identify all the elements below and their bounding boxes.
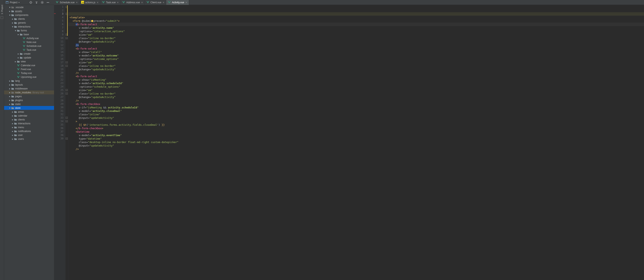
tree-folder[interactable]: .vscode (4, 5, 54, 9)
editor-tab[interactable]: Schedule.vue✕ (54, 0, 80, 5)
collapse-all-icon[interactable] (35, 1, 38, 4)
tree-folder[interactable]: areas (4, 110, 54, 114)
tree-arrow-icon[interactable] (12, 110, 14, 113)
fold-column[interactable]: −−−−−−−−−−− (66, 5, 68, 139)
tree-folder[interactable]: store (4, 106, 54, 110)
tree-folder[interactable]: clients (4, 17, 54, 21)
tree-folder[interactable]: layouts (4, 83, 54, 87)
line-number[interactable]: 38 (54, 133, 64, 137)
tree-folder[interactable]: middleware (4, 87, 54, 90)
line-number[interactable]: 32 (54, 113, 64, 116)
code-line[interactable]: <b-form-checkbox (68, 102, 322, 106)
tree-arrow-icon[interactable] (14, 60, 17, 63)
tree-file[interactable]: Schedule.vue (4, 44, 54, 48)
code-line[interactable]: @input="updateActivity" (68, 116, 322, 120)
line-number[interactable]: 26 (54, 92, 64, 95)
line-number[interactable]: 30 (54, 106, 64, 109)
tree-file[interactable]: Upcoming.vue (4, 75, 54, 79)
tree-folder[interactable]: notifications (4, 129, 54, 133)
tree-folder[interactable]: create (4, 52, 54, 56)
close-tab-icon[interactable]: ✕ (162, 1, 164, 4)
code-line[interactable]: v-if="isMeeting && activity.scheduleId" (68, 106, 322, 109)
tree-file[interactable]: Today.vue (4, 71, 54, 75)
tree-arrow-icon[interactable] (12, 138, 14, 139)
line-number[interactable]: 12 (54, 43, 64, 47)
tree-file[interactable]: Calendar.vue (4, 63, 54, 67)
tree-folder[interactable]: base (4, 32, 54, 36)
line-number[interactable]: 21 (54, 75, 64, 78)
tree-arrow-icon[interactable] (12, 114, 14, 117)
code-line[interactable]: class="inline no-border" (68, 36, 322, 40)
tree-arrow-icon[interactable] (8, 95, 11, 98)
code-line[interactable]: v-model="activity.scheduleId" (68, 81, 322, 85)
tree-folder[interactable]: users (4, 137, 54, 139)
tree-folder[interactable]: calendar (4, 114, 54, 118)
code-line[interactable]: type="datetime" (68, 137, 322, 139)
code-line[interactable]: v-model="activity.outcome" (68, 54, 322, 57)
tree-arrow-icon[interactable] (12, 126, 14, 129)
code-line[interactable]: :options="interaction_options" (68, 29, 322, 33)
line-number[interactable]: 37 (54, 130, 64, 133)
target-icon[interactable] (29, 1, 32, 4)
line-number[interactable]: 17 (54, 61, 64, 64)
tree-folder[interactable]: forms (4, 28, 54, 32)
fold-marker-icon[interactable]: − (66, 120, 68, 122)
tree-folder[interactable]: node_moduleslibrary root (4, 90, 54, 94)
code-line[interactable]: size="sm" (68, 61, 322, 64)
fold-marker-icon[interactable]: − (66, 89, 68, 91)
fold-marker-icon[interactable]: − (66, 117, 68, 119)
code-line[interactable]: <b-form-select (68, 75, 322, 78)
line-number[interactable]: 13 (54, 47, 64, 50)
line-number[interactable]: 31 (54, 109, 64, 113)
project-view-selector[interactable]: Project ▾ (4, 1, 21, 4)
line-number[interactable]: 28 (54, 99, 64, 102)
tree-arrow-icon[interactable] (17, 33, 20, 36)
project-tree[interactable]: .vscodeassetscomponentsclientsgenericint… (4, 5, 54, 139)
code-line[interactable]: :options="outcome_options" (68, 57, 322, 61)
code-line[interactable]: <form @submiprevent="submit"> (68, 19, 322, 23)
line-number[interactable]: 9 (54, 33, 64, 36)
tree-folder[interactable]: components (4, 13, 54, 17)
tree-arrow-icon[interactable] (8, 103, 11, 106)
code-editor[interactable]: 1234567891011121314151617181920212223242… (54, 5, 322, 139)
code-line[interactable]: /> (68, 71, 322, 75)
line-number[interactable]: 36 (54, 127, 64, 130)
line-number[interactable]: 34 (54, 120, 64, 123)
code-line[interactable]: @change="updateActivity" (68, 95, 322, 99)
tree-folder[interactable]: user (4, 133, 54, 137)
code-line[interactable]: </b-form-checkbox> (68, 127, 322, 130)
tool-window-minimize-icon[interactable] (0, 16, 3, 19)
code-line[interactable]: <template> (68, 16, 322, 19)
line-number[interactable]: 3 (54, 12, 64, 16)
tree-folder[interactable]: plugins (4, 98, 54, 102)
tree-arrow-icon[interactable] (12, 25, 14, 28)
line-number[interactable]: 22 (54, 78, 64, 81)
line-number[interactable]: 24 (54, 85, 64, 88)
line-number[interactable]: 25 (54, 88, 64, 92)
tree-arrow-icon[interactable] (12, 21, 14, 24)
tree-arrow-icon[interactable] (8, 91, 11, 94)
tree-file[interactable]: Task.vue (4, 48, 54, 52)
tree-arrow-icon[interactable] (12, 17, 14, 20)
line-number[interactable]: 8 (54, 29, 64, 33)
fold-marker-icon[interactable]: − (66, 61, 68, 63)
line-number[interactable]: 35 (54, 123, 64, 127)
tree-arrow-icon[interactable] (12, 130, 14, 133)
close-tab-icon[interactable]: ✕ (117, 1, 119, 4)
tree-arrow-icon[interactable] (8, 79, 11, 82)
gear-icon[interactable] (41, 1, 44, 4)
editor-tab[interactable]: Address.vue✕ (120, 0, 145, 5)
line-number[interactable]: 33 (54, 116, 64, 120)
fold-marker-icon[interactable]: − (66, 92, 68, 95)
tree-folder[interactable]: clients (4, 118, 54, 121)
tree-folder[interactable]: view (4, 59, 54, 63)
tree-folder[interactable]: generic (4, 21, 54, 25)
tree-folder[interactable]: update (4, 56, 54, 59)
line-number[interactable]: 6 (54, 23, 64, 26)
line-number[interactable]: 5 (54, 19, 64, 23)
tree-folder[interactable]: menu (4, 125, 54, 129)
line-number[interactable]: 39 (54, 137, 64, 139)
code-line[interactable]: size="sm" (68, 33, 322, 36)
tree-folder[interactable]: lang (4, 79, 54, 83)
tree-arrow-icon[interactable] (8, 87, 11, 90)
